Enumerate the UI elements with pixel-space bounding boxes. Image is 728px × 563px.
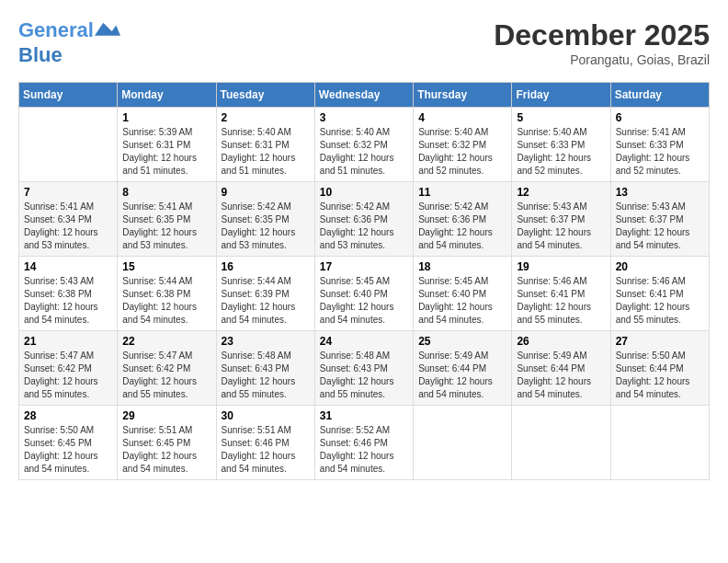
calendar-cell: 28Sunrise: 5:50 AMSunset: 6:45 PMDayligh… — [19, 406, 118, 480]
day-number: 22 — [122, 335, 210, 348]
calendar-cell: 16Sunrise: 5:44 AMSunset: 6:39 PMDayligh… — [216, 257, 314, 331]
calendar-cell: 6Sunrise: 5:41 AMSunset: 6:33 PMDaylight… — [610, 108, 709, 182]
cell-info: Sunrise: 5:40 AMSunset: 6:32 PMDaylight:… — [320, 126, 408, 178]
calendar-cell: 18Sunrise: 5:45 AMSunset: 6:40 PMDayligh… — [414, 257, 512, 331]
calendar-cell — [414, 406, 512, 480]
cell-info: Sunrise: 5:44 AMSunset: 6:38 PMDaylight:… — [122, 275, 210, 327]
calendar-week-3: 14Sunrise: 5:43 AMSunset: 6:38 PMDayligh… — [19, 257, 710, 331]
cell-info: Sunrise: 5:42 AMSunset: 6:36 PMDaylight:… — [320, 201, 408, 252]
cell-info: Sunrise: 5:45 AMSunset: 6:40 PMDaylight:… — [418, 275, 506, 327]
calendar-cell: 19Sunrise: 5:46 AMSunset: 6:41 PMDayligh… — [512, 257, 610, 331]
day-number: 19 — [517, 260, 605, 273]
day-number: 2 — [222, 111, 310, 124]
day-number: 20 — [616, 260, 704, 273]
day-number: 25 — [418, 335, 506, 348]
cell-info: Sunrise: 5:40 AMSunset: 6:31 PMDaylight:… — [222, 126, 310, 178]
month-title: December 2025 — [494, 18, 710, 52]
calendar-cell — [610, 406, 709, 480]
day-number: 16 — [222, 260, 310, 273]
day-number: 31 — [320, 409, 408, 422]
calendar-cell: 17Sunrise: 5:45 AMSunset: 6:40 PMDayligh… — [314, 257, 413, 331]
day-number: 6 — [616, 111, 704, 124]
col-header-friday: Friday — [512, 83, 610, 108]
day-number: 10 — [320, 186, 408, 199]
logo-text: General — [18, 18, 121, 44]
day-number: 30 — [222, 409, 310, 422]
calendar-week-4: 21Sunrise: 5:47 AMSunset: 6:42 PMDayligh… — [19, 331, 710, 406]
day-number: 18 — [418, 260, 506, 273]
cell-info: Sunrise: 5:48 AMSunset: 6:43 PMDaylight:… — [320, 350, 408, 401]
calendar-cell — [512, 406, 610, 480]
day-number: 17 — [320, 260, 408, 273]
calendar-cell: 5Sunrise: 5:40 AMSunset: 6:33 PMDaylight… — [512, 108, 610, 182]
day-number: 1 — [122, 111, 210, 124]
col-header-tuesday: Tuesday — [216, 83, 314, 108]
day-number: 4 — [418, 111, 506, 124]
calendar-cell: 20Sunrise: 5:46 AMSunset: 6:41 PMDayligh… — [610, 257, 709, 331]
cell-info: Sunrise: 5:51 AMSunset: 6:45 PMDaylight:… — [122, 424, 210, 476]
calendar-cell: 31Sunrise: 5:52 AMSunset: 6:46 PMDayligh… — [314, 406, 413, 480]
day-number: 9 — [222, 186, 310, 199]
calendar-body: 1Sunrise: 5:39 AMSunset: 6:31 PMDaylight… — [19, 108, 710, 480]
cell-info: Sunrise: 5:42 AMSunset: 6:36 PMDaylight:… — [418, 201, 506, 252]
day-number: 5 — [517, 111, 605, 124]
cell-info: Sunrise: 5:43 AMSunset: 6:37 PMDaylight:… — [517, 201, 605, 252]
day-number: 24 — [320, 335, 408, 348]
day-number: 12 — [517, 186, 605, 199]
cell-info: Sunrise: 5:49 AMSunset: 6:44 PMDaylight:… — [517, 350, 605, 401]
day-number: 15 — [122, 260, 210, 273]
cell-info: Sunrise: 5:46 AMSunset: 6:41 PMDaylight:… — [616, 275, 704, 327]
cell-info: Sunrise: 5:39 AMSunset: 6:31 PMDaylight:… — [122, 126, 210, 178]
cell-info: Sunrise: 5:45 AMSunset: 6:40 PMDaylight:… — [320, 275, 408, 327]
day-number: 27 — [616, 335, 704, 348]
page-header: General Blue December 2025 Porangatu, Go… — [18, 18, 710, 67]
calendar-week-2: 7Sunrise: 5:41 AMSunset: 6:34 PMDaylight… — [19, 182, 710, 257]
calendar-cell: 26Sunrise: 5:49 AMSunset: 6:44 PMDayligh… — [512, 331, 610, 406]
calendar-cell: 14Sunrise: 5:43 AMSunset: 6:38 PMDayligh… — [19, 257, 118, 331]
calendar-cell: 29Sunrise: 5:51 AMSunset: 6:45 PMDayligh… — [118, 406, 216, 480]
calendar-cell: 13Sunrise: 5:43 AMSunset: 6:37 PMDayligh… — [610, 182, 709, 257]
day-number: 23 — [222, 335, 310, 348]
cell-info: Sunrise: 5:44 AMSunset: 6:39 PMDaylight:… — [222, 275, 310, 327]
calendar-table: SundayMondayTuesdayWednesdayThursdayFrid… — [18, 82, 710, 480]
calendar-cell: 25Sunrise: 5:49 AMSunset: 6:44 PMDayligh… — [414, 331, 512, 406]
calendar-cell: 4Sunrise: 5:40 AMSunset: 6:32 PMDaylight… — [414, 108, 512, 182]
cell-info: Sunrise: 5:47 AMSunset: 6:42 PMDaylight:… — [122, 350, 210, 401]
location: Porangatu, Goias, Brazil — [494, 52, 710, 67]
day-number: 8 — [122, 186, 210, 199]
cell-info: Sunrise: 5:42 AMSunset: 6:35 PMDaylight:… — [222, 201, 310, 252]
cell-info: Sunrise: 5:46 AMSunset: 6:41 PMDaylight:… — [517, 275, 605, 327]
calendar-cell: 11Sunrise: 5:42 AMSunset: 6:36 PMDayligh… — [414, 182, 512, 257]
day-number: 14 — [24, 260, 112, 273]
calendar-cell: 22Sunrise: 5:47 AMSunset: 6:42 PMDayligh… — [118, 331, 216, 406]
day-number: 26 — [517, 335, 605, 348]
calendar-cell: 24Sunrise: 5:48 AMSunset: 6:43 PMDayligh… — [314, 331, 413, 406]
day-number: 28 — [24, 409, 112, 422]
cell-info: Sunrise: 5:50 AMSunset: 6:44 PMDaylight:… — [616, 350, 704, 401]
day-number: 13 — [616, 186, 704, 199]
calendar-week-5: 28Sunrise: 5:50 AMSunset: 6:45 PMDayligh… — [19, 406, 710, 480]
col-header-wednesday: Wednesday — [314, 83, 413, 108]
calendar-cell: 23Sunrise: 5:48 AMSunset: 6:43 PMDayligh… — [216, 331, 314, 406]
cell-info: Sunrise: 5:41 AMSunset: 6:34 PMDaylight:… — [24, 201, 112, 252]
cell-info: Sunrise: 5:52 AMSunset: 6:46 PMDaylight:… — [320, 424, 408, 476]
cell-info: Sunrise: 5:50 AMSunset: 6:45 PMDaylight:… — [24, 424, 112, 476]
calendar-cell — [19, 108, 118, 182]
calendar-week-1: 1Sunrise: 5:39 AMSunset: 6:31 PMDaylight… — [19, 108, 710, 182]
svg-marker-0 — [95, 23, 120, 36]
day-number: 3 — [320, 111, 408, 124]
calendar-cell: 7Sunrise: 5:41 AMSunset: 6:34 PMDaylight… — [19, 182, 118, 257]
day-number: 29 — [122, 409, 210, 422]
logo: General Blue — [18, 18, 121, 66]
calendar-header-row: SundayMondayTuesdayWednesdayThursdayFrid… — [19, 83, 710, 108]
col-header-saturday: Saturday — [610, 83, 709, 108]
calendar-cell: 1Sunrise: 5:39 AMSunset: 6:31 PMDaylight… — [118, 108, 216, 182]
calendar-cell: 21Sunrise: 5:47 AMSunset: 6:42 PMDayligh… — [19, 331, 118, 406]
calendar-cell: 3Sunrise: 5:40 AMSunset: 6:32 PMDaylight… — [314, 108, 413, 182]
calendar-cell: 27Sunrise: 5:50 AMSunset: 6:44 PMDayligh… — [610, 331, 709, 406]
col-header-sunday: Sunday — [19, 83, 118, 108]
day-number: 7 — [24, 186, 112, 199]
calendar-cell: 15Sunrise: 5:44 AMSunset: 6:38 PMDayligh… — [118, 257, 216, 331]
calendar-cell: 10Sunrise: 5:42 AMSunset: 6:36 PMDayligh… — [314, 182, 413, 257]
calendar-cell: 8Sunrise: 5:41 AMSunset: 6:35 PMDaylight… — [118, 182, 216, 257]
